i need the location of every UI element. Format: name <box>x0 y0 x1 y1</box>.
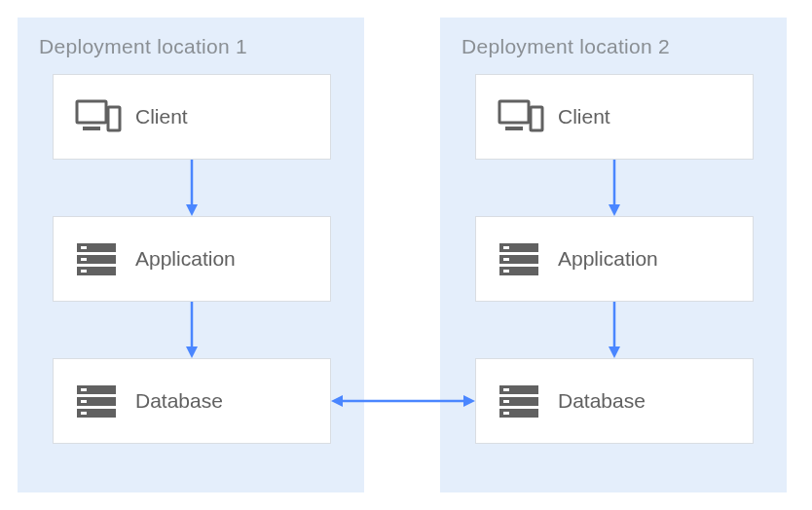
diagram-canvas: Deployment location 1 Deployment locatio… <box>0 0 812 510</box>
svg-rect-29 <box>503 412 509 415</box>
svg-rect-22 <box>503 258 509 261</box>
svg-rect-27 <box>503 388 509 391</box>
svg-marker-33 <box>186 346 198 358</box>
zone-title: Deployment location 2 <box>461 35 765 58</box>
arrow-down-icon <box>185 302 199 358</box>
svg-rect-23 <box>503 270 509 273</box>
node-label: Database <box>558 389 646 413</box>
server-icon <box>75 239 122 278</box>
node-client: Client <box>53 74 331 160</box>
client-icon <box>75 97 122 136</box>
svg-marker-35 <box>609 204 620 216</box>
svg-marker-40 <box>463 395 475 407</box>
node-label: Application <box>558 247 658 271</box>
database-icon <box>498 382 544 420</box>
svg-rect-16 <box>531 107 542 130</box>
node-label: Client <box>135 105 188 128</box>
svg-rect-1 <box>108 107 120 130</box>
svg-rect-6 <box>81 246 87 249</box>
svg-rect-15 <box>499 101 529 123</box>
node-label: Database <box>135 389 223 413</box>
svg-rect-28 <box>503 400 509 403</box>
database-icon <box>75 382 122 420</box>
svg-rect-21 <box>503 246 509 249</box>
svg-rect-7 <box>81 258 87 261</box>
node-label: Client <box>558 105 610 128</box>
server-icon <box>498 239 544 278</box>
arrow-down-icon <box>608 302 621 358</box>
node-database: Database <box>53 358 331 444</box>
svg-marker-31 <box>186 204 198 216</box>
arrow-down-icon <box>185 160 199 216</box>
node-application: Application <box>475 216 754 302</box>
svg-rect-14 <box>81 412 87 415</box>
svg-marker-39 <box>331 395 343 407</box>
svg-rect-17 <box>505 127 523 130</box>
zone-title: Deployment location 1 <box>39 35 343 58</box>
node-client: Client <box>475 74 754 160</box>
svg-rect-8 <box>81 270 87 273</box>
arrow-bidirectional-icon <box>331 394 475 408</box>
svg-marker-37 <box>609 346 620 358</box>
arrow-down-icon <box>608 160 621 216</box>
client-icon <box>498 97 544 136</box>
node-database: Database <box>475 358 754 444</box>
svg-rect-2 <box>83 127 100 130</box>
svg-rect-0 <box>77 101 106 123</box>
node-label: Application <box>135 247 236 271</box>
svg-rect-13 <box>81 400 87 403</box>
svg-rect-12 <box>81 388 87 391</box>
node-application: Application <box>53 216 331 302</box>
